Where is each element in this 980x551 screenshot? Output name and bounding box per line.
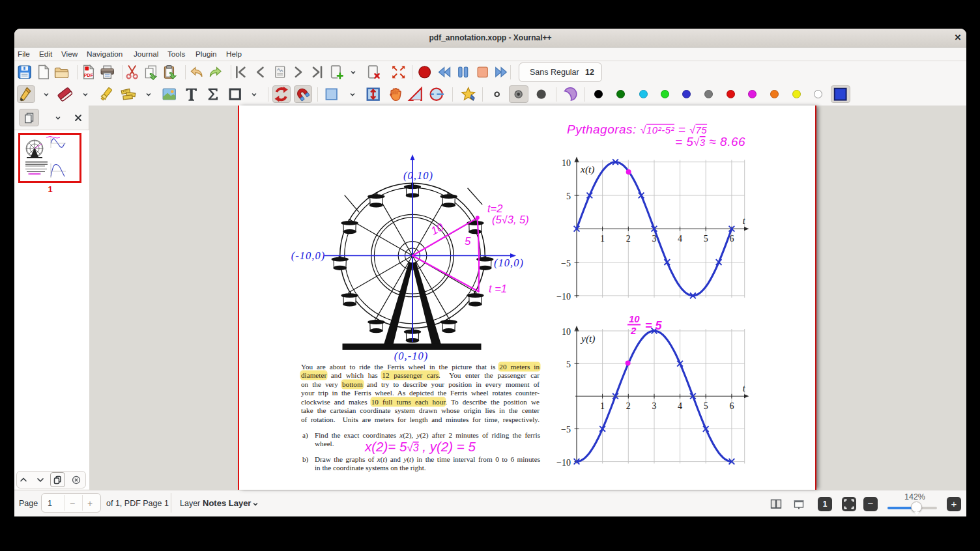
svg-text:(10,0): (10,0) — [494, 257, 524, 269]
svg-text:(-10,0): (-10,0) — [291, 249, 325, 262]
svg-text:1: 1 — [600, 401, 605, 411]
svg-text:6: 6 — [729, 401, 734, 411]
svg-text:2: 2 — [626, 401, 631, 411]
svg-text:−10: −10 — [556, 292, 571, 302]
svg-text:(5√3, 5): (5√3, 5) — [492, 214, 529, 225]
svg-text:5: 5 — [465, 235, 471, 247]
svg-text:x(2)= 5√3 , y(2) = 5: x(2)= 5√3 , y(2) = 5 — [364, 439, 476, 454]
svg-text:5: 5 — [704, 234, 708, 244]
svg-text:(0,-10): (0,-10) — [394, 350, 428, 362]
svg-text:t=2: t=2 — [487, 203, 502, 214]
svg-text:4: 4 — [678, 401, 682, 411]
svg-text:(0,10): (0,10) — [403, 169, 433, 182]
svg-text:2: 2 — [630, 325, 637, 336]
svg-text:−10: −10 — [556, 458, 571, 468]
svg-text:t: t — [742, 216, 745, 226]
svg-text:t =1: t =1 — [489, 283, 507, 294]
svg-text:y(t): y(t) — [580, 333, 596, 345]
svg-text:5: 5 — [704, 401, 708, 411]
svg-text:3: 3 — [652, 401, 657, 411]
svg-text:2: 2 — [626, 234, 631, 244]
svg-text:10: 10 — [562, 327, 571, 337]
svg-text:−5: −5 — [561, 425, 571, 434]
svg-text:10: 10 — [562, 158, 571, 168]
svg-text:1: 1 — [600, 234, 605, 244]
svg-text:4: 4 — [678, 234, 682, 244]
svg-text:= 5√3 ≈ 8.66: = 5√3 ≈ 8.66 — [675, 135, 745, 148]
svg-text:PDF: PDF — [84, 73, 94, 78]
svg-text:x(t): x(t) — [580, 163, 595, 175]
svg-text:t: t — [742, 383, 745, 393]
svg-text:−5: −5 — [561, 259, 571, 268]
svg-text:= 5: = 5 — [645, 319, 663, 332]
svg-text:5: 5 — [566, 360, 571, 369]
svg-text:10: 10 — [629, 313, 640, 324]
svg-text:Pythagoras: √10²-5² = √75: Pythagoras: √10²-5² = √75 — [567, 122, 707, 136]
svg-text:5: 5 — [566, 191, 571, 201]
